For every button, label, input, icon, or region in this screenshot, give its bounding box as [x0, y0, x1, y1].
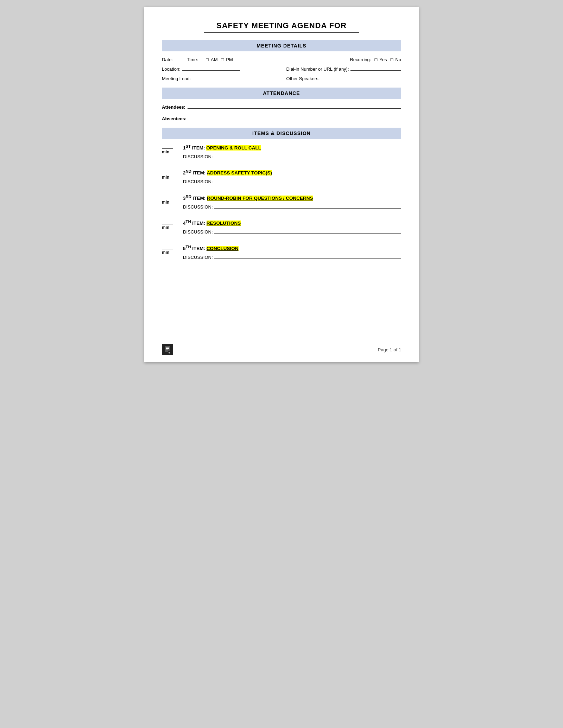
item4-content: 4TH ITEM: RESOLUTIONS DISCUSSION:: [183, 219, 401, 235]
item3-discussion-row: DISCUSSION:: [183, 204, 401, 210]
recurring-label: Recurring:: [350, 57, 371, 62]
item1-title: 1ST ITEM: OPENING & ROLL CALL: [183, 144, 401, 151]
page-footer: e Page 1 of 1: [162, 344, 401, 355]
item2-discussion-field[interactable]: [214, 178, 401, 183]
time-label: Time:: [187, 57, 198, 62]
item2-min-line[interactable]: [162, 169, 173, 174]
dialin-label: Dial-in Number or URL (if any):: [286, 66, 349, 72]
logo-svg: e: [164, 346, 171, 353]
item3-min-label: min: [162, 200, 169, 205]
am-label: AM: [211, 57, 218, 62]
item2-discussion-label: DISCUSSION:: [183, 179, 213, 184]
absentees-field[interactable]: [189, 115, 401, 120]
item2-highlight: ADDRESS SAFETY TOPIC(S): [207, 170, 272, 175]
title-underline: [204, 32, 359, 33]
svg-rect-3: [166, 350, 168, 350]
location-field[interactable]: [182, 66, 240, 71]
item2-ordinal: 2ND ITEM:: [183, 170, 207, 175]
meeting-details-row3: Meeting Lead: Other Speakers:: [162, 75, 401, 81]
item5-title: 5TH ITEM: CONCLUSION: [183, 244, 401, 251]
item1-min-line[interactable]: [162, 144, 173, 149]
meeting-details-header: MEETING DETAILS: [162, 40, 401, 51]
meeting-lead-label: Meeting Lead:: [162, 76, 191, 81]
other-speakers-field[interactable]: [321, 75, 401, 80]
item4-min-line[interactable]: [162, 219, 173, 224]
item2-discussion-row: DISCUSSION:: [183, 178, 401, 184]
item4-sup: TH: [186, 219, 191, 224]
page-title: SAFETY MEETING AGENDA FOR: [162, 21, 401, 30]
item5-discussion-row: DISCUSSION:: [183, 254, 401, 260]
pm-label: PM: [226, 57, 233, 62]
recurring-group: Recurring: □ Yes □ No: [350, 57, 401, 62]
item4-title: 4TH ITEM: RESOLUTIONS: [183, 219, 401, 226]
attendees-row: Attendees:: [162, 104, 401, 110]
item3-sup: RD: [186, 194, 191, 198]
item1-discussion-label: DISCUSSION:: [183, 154, 213, 159]
item3-min-line[interactable]: [162, 194, 173, 199]
item1-ordinal: 1ST ITEM:: [183, 145, 206, 151]
no-label: No: [395, 57, 401, 62]
other-speakers-label: Other Speakers:: [286, 76, 320, 81]
item5-discussion-field[interactable]: [214, 254, 401, 259]
meeting-details-row1: Date: Time: □ AM □ PM Recurring: □ Yes □…: [162, 56, 401, 62]
item1-discussion-field[interactable]: [214, 153, 401, 158]
am-pm-group: □ AM □ PM: [206, 57, 233, 62]
item3-title: 3RD ITEM: ROUND-ROBIN FOR QUESTIONS / CO…: [183, 194, 401, 201]
item3-discussion-field[interactable]: [214, 204, 401, 209]
item1-discussion-row: DISCUSSION:: [183, 153, 401, 159]
item4-highlight: RESOLUTIONS: [207, 221, 241, 226]
item1-min-label: min: [162, 149, 169, 154]
absentees-label: Absentees:: [162, 116, 186, 121]
agenda-item-1: min 1ST ITEM: OPENING & ROLL CALL DISCUS…: [162, 144, 401, 159]
item4-min-col: min: [162, 219, 183, 230]
item1-sup: ST: [186, 144, 191, 148]
attendees-field[interactable]: [188, 104, 401, 109]
item5-discussion-label: DISCUSSION:: [183, 255, 213, 260]
footer-page-text: Page 1 of 1: [378, 347, 401, 352]
meeting-details-section: MEETING DETAILS Date: Time: □ AM □ PM Re…: [162, 40, 401, 81]
pm-checkbox-symbol: □: [221, 57, 224, 62]
agenda-item-3: min 3RD ITEM: ROUND-ROBIN FOR QUESTIONS …: [162, 194, 401, 210]
meeting-lead-field[interactable]: [192, 75, 247, 80]
agenda-item-2: min 2ND ITEM: ADDRESS SAFETY TOPIC(S) DI…: [162, 169, 401, 185]
item3-min-col: min: [162, 194, 183, 205]
item5-sup: TH: [186, 244, 191, 249]
item2-title: 2ND ITEM: ADDRESS SAFETY TOPIC(S): [183, 169, 401, 176]
meeting-details-row2: Location: Dial-in Number or URL (if any)…: [162, 66, 401, 72]
other-speakers-group: Other Speakers:: [286, 75, 401, 81]
location-group: Location:: [162, 66, 277, 72]
am-checkbox-symbol: □: [206, 57, 209, 62]
item1-highlight: OPENING & ROLL CALL: [206, 145, 261, 151]
yes-checkbox-symbol: □: [374, 57, 377, 62]
dialin-group: Dial-in Number or URL (if any):: [286, 66, 401, 72]
item5-highlight: CONCLUSION: [207, 246, 239, 251]
attendees-label: Attendees:: [162, 104, 185, 110]
date-label: Date:: [162, 57, 173, 62]
item4-discussion-row: DISCUSSION:: [183, 229, 401, 235]
document-page: SAFETY MEETING AGENDA FOR MEETING DETAIL…: [144, 7, 419, 362]
items-discussion-header: ITEMS & DISCUSSION: [162, 128, 401, 139]
item1-min-col: min: [162, 144, 183, 154]
item2-content: 2ND ITEM: ADDRESS SAFETY TOPIC(S) DISCUS…: [183, 169, 401, 185]
svg-rect-2: [166, 348, 169, 349]
svg-rect-1: [166, 347, 169, 347]
location-label: Location:: [162, 66, 181, 72]
item3-ordinal: 3RD ITEM:: [183, 196, 207, 201]
items-discussion-section: ITEMS & DISCUSSION min 1ST ITEM: OPENING…: [162, 128, 401, 260]
item3-highlight: ROUND-ROBIN FOR QUESTIONS / CONCERNS: [207, 196, 313, 201]
dialin-field[interactable]: [350, 66, 401, 71]
item4-discussion-field[interactable]: [214, 229, 401, 234]
no-checkbox-symbol: □: [391, 57, 393, 62]
attendance-section: ATTENDANCE Attendees: Absentees:: [162, 88, 401, 121]
yes-label: Yes: [379, 57, 387, 62]
footer-logo-icon: e: [162, 344, 173, 355]
item3-content: 3RD ITEM: ROUND-ROBIN FOR QUESTIONS / CO…: [183, 194, 401, 210]
item5-min-line[interactable]: [162, 244, 173, 249]
meeting-lead-group: Meeting Lead:: [162, 75, 277, 81]
item2-min-label: min: [162, 175, 169, 180]
attendance-header: ATTENDANCE: [162, 88, 401, 99]
svg-text:e: e: [169, 351, 170, 353]
item3-discussion-label: DISCUSSION:: [183, 204, 213, 210]
item5-content: 5TH ITEM: CONCLUSION DISCUSSION:: [183, 244, 401, 260]
item5-min-label: min: [162, 250, 169, 255]
